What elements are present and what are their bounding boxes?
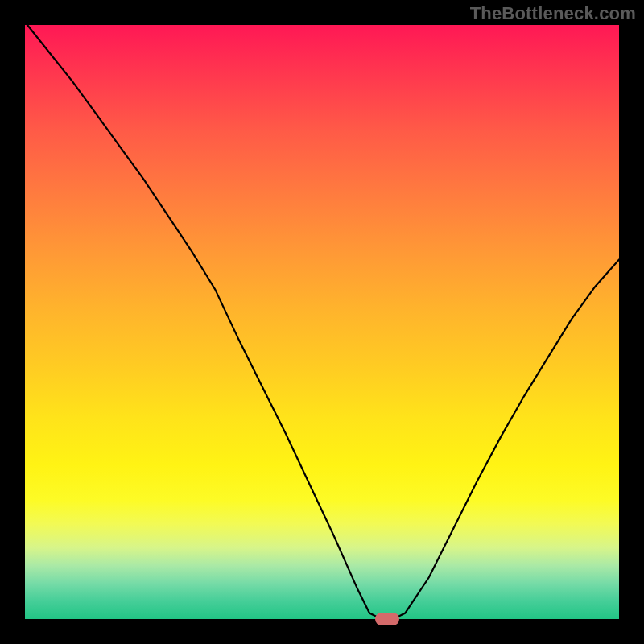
watermark-text: TheBottleneck.com xyxy=(470,3,636,24)
curve-svg xyxy=(25,25,619,619)
bottleneck-curve xyxy=(25,22,619,619)
chart-frame: TheBottleneck.com xyxy=(0,0,644,644)
optimal-marker xyxy=(375,613,399,625)
plot-area xyxy=(25,25,619,619)
